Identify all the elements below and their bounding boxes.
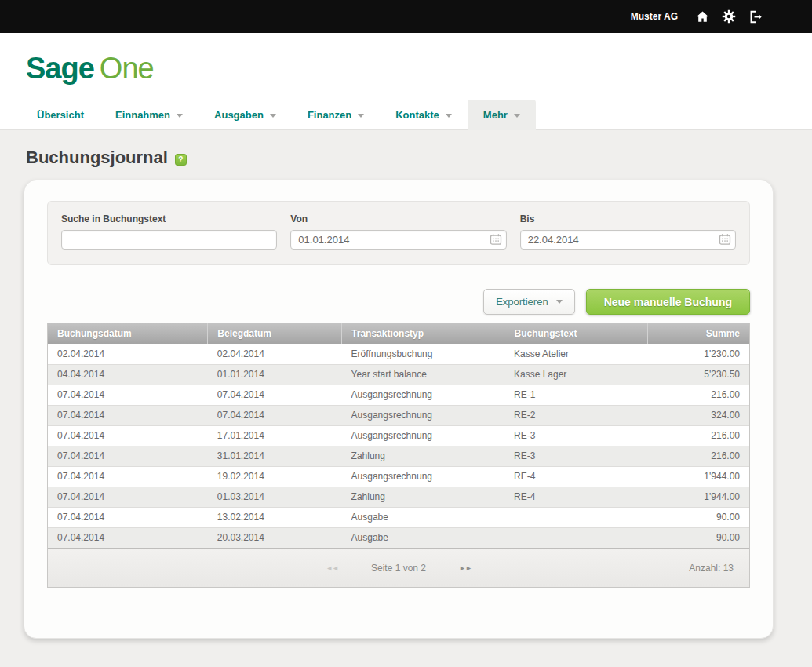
calendar-icon[interactable]	[719, 233, 731, 249]
cell-summe: 216.00	[647, 446, 749, 466]
cell-belegdatum: 01.03.2014	[208, 487, 342, 507]
table-row[interactable]: 07.04.2014 20.03.2014 Ausgabe 90.00	[48, 527, 749, 548]
nav-tab-kontakte[interactable]: Kontakte	[380, 100, 468, 130]
row-count: Anzahl: 13	[689, 563, 734, 574]
masthead: SageOne Übersicht Einnahmen Ausgaben Fin…	[0, 33, 812, 130]
cell-summe: 216.00	[647, 385, 749, 405]
cell-buchungsdatum: 07.04.2014	[48, 385, 208, 405]
chevron-down-icon	[446, 114, 452, 118]
cell-buchungstext: Kasse Lager	[504, 364, 647, 385]
cell-belegdatum: 02.04.2014	[208, 344, 342, 364]
cell-buchungstext: RE-4	[504, 466, 647, 487]
nav-tab-label: Ausgaben	[214, 109, 264, 121]
col-transaktionstyp: Transaktionstyp	[342, 323, 504, 344]
cell-buchungsdatum: 07.04.2014	[48, 466, 208, 487]
nav-tab-label: Einnahmen	[115, 109, 170, 121]
col-buchungstext: Buchungstext	[504, 323, 647, 344]
table-row[interactable]: 07.04.2014 13.02.2014 Ausgabe 90.00	[48, 507, 749, 527]
col-summe: Summe	[647, 323, 749, 344]
app-window: Muster AG	[0, 0, 812, 667]
col-belegdatum: Belegdatum	[208, 323, 342, 344]
table-row[interactable]: 07.04.2014 31.01.2014 Zahlung RE-3 216.0…	[48, 446, 749, 466]
cell-belegdatum: 31.01.2014	[208, 446, 342, 466]
cell-transaktionstyp: Ausgabe	[342, 507, 504, 527]
chevron-down-icon	[556, 300, 563, 304]
nav-tab-ausgaben[interactable]: Ausgaben	[198, 100, 292, 130]
date-to-input[interactable]	[520, 230, 736, 250]
cell-summe: 5'230.50	[647, 364, 749, 385]
gear-icon[interactable]	[716, 6, 742, 27]
date-from-input[interactable]	[290, 230, 506, 250]
cell-buchungstext: RE-4	[504, 487, 647, 507]
search-field-group: Suche in Buchungstext	[61, 213, 277, 250]
home-icon[interactable]	[689, 6, 716, 27]
cell-belegdatum: 07.04.2014	[208, 385, 342, 405]
nav-tab-label: Mehr	[483, 109, 508, 121]
nav-tab-uebersicht[interactable]: Übersicht	[21, 100, 100, 130]
filter-bar: Suche in Buchungstext Von	[47, 201, 750, 265]
cell-summe: 90.00	[647, 507, 749, 527]
search-input[interactable]	[61, 230, 277, 250]
cell-transaktionstyp: Ausgangsrechnung	[342, 425, 504, 446]
cell-buchungstext: RE-3	[504, 425, 647, 446]
table-row[interactable]: 04.04.2014 01.01.2014 Year start balance…	[48, 364, 749, 385]
cell-belegdatum: 20.03.2014	[208, 527, 342, 548]
cell-buchungstext: RE-2	[504, 405, 647, 425]
chevron-down-icon	[358, 114, 364, 118]
chevron-down-icon	[514, 114, 520, 118]
cell-summe: 216.00	[647, 425, 749, 446]
date-from-group: Von	[290, 213, 506, 250]
page-header: Buchungsjournal ?	[26, 148, 812, 168]
cell-buchungsdatum: 07.04.2014	[48, 507, 208, 527]
nav-tab-label: Finanzen	[308, 109, 351, 121]
company-name: Muster AG	[631, 11, 678, 22]
cell-transaktionstyp: Zahlung	[342, 446, 504, 466]
cell-transaktionstyp: Ausgangsrechnung	[342, 466, 504, 487]
prev-page-icon[interactable]: ◄◄	[326, 564, 338, 572]
table-row[interactable]: 07.04.2014 19.02.2014 Ausgangsrechnung R…	[48, 466, 749, 487]
help-icon[interactable]: ?	[175, 154, 187, 166]
content-card: Suche in Buchungstext Von	[24, 180, 774, 639]
col-buchungsdatum: Buchungsdatum	[48, 323, 208, 344]
cell-belegdatum: 19.02.2014	[208, 466, 342, 487]
table-row[interactable]: 02.04.2014 02.04.2014 Eröffnungsbuchung …	[48, 344, 749, 364]
cell-belegdatum: 01.01.2014	[208, 364, 342, 385]
table-row[interactable]: 07.04.2014 17.01.2014 Ausgangsrechnung R…	[48, 425, 749, 446]
table-footer: ◄◄ Seite 1 von 2 ►► Anzahl: 13	[48, 548, 749, 587]
topbar: Muster AG	[0, 0, 812, 33]
logo-sage-text: Sage	[26, 52, 94, 85]
nav-tab-finanzen[interactable]: Finanzen	[292, 100, 380, 130]
main-nav: Übersicht Einnahmen Ausgaben Finanzen Ko…	[21, 100, 536, 130]
cell-transaktionstyp: Year start balance	[342, 364, 504, 385]
export-button[interactable]: Exportieren	[483, 289, 574, 315]
nav-tab-einnahmen[interactable]: Einnahmen	[100, 100, 198, 130]
date-from-label: Von	[290, 213, 506, 224]
cell-summe: 1'944.00	[647, 466, 749, 487]
sage-one-logo[interactable]: SageOne	[26, 52, 154, 86]
cell-buchungstext: Kasse Atelier	[504, 344, 647, 364]
nav-tab-mehr[interactable]: Mehr	[468, 100, 536, 130]
page-title: Buchungsjournal	[26, 148, 168, 168]
cell-transaktionstyp: Ausgangsrechnung	[342, 405, 504, 425]
calendar-icon[interactable]	[490, 233, 502, 249]
page-indicator: Seite 1 von 2	[371, 563, 426, 574]
cell-buchungsdatum: 07.04.2014	[48, 446, 208, 466]
next-page-icon[interactable]: ►►	[459, 564, 472, 572]
nav-tab-label: Übersicht	[37, 109, 84, 121]
cell-buchungstext: RE-1	[504, 385, 647, 405]
table-row[interactable]: 07.04.2014 01.03.2014 Zahlung RE-4 1'944…	[48, 487, 749, 507]
cell-belegdatum: 13.02.2014	[208, 507, 342, 527]
journal-table: Buchungsdatum Belegdatum Transaktionstyp…	[47, 323, 750, 588]
cell-transaktionstyp: Zahlung	[342, 487, 504, 507]
logout-icon[interactable]	[742, 6, 769, 27]
new-manual-booking-button[interactable]: Neue manuelle Buchung	[586, 289, 750, 315]
chevron-down-icon	[270, 114, 276, 118]
nav-tab-label: Kontakte	[395, 109, 439, 121]
cell-summe: 1'230.00	[647, 344, 749, 364]
search-label: Suche in Buchungstext	[61, 213, 277, 224]
cell-summe: 324.00	[647, 405, 749, 425]
table-row[interactable]: 07.04.2014 07.04.2014 Ausgangsrechnung R…	[48, 405, 749, 425]
table-row[interactable]: 07.04.2014 07.04.2014 Ausgangsrechnung R…	[48, 385, 749, 405]
cell-summe: 1'944.00	[647, 487, 749, 507]
cell-buchungsdatum: 07.04.2014	[48, 405, 208, 425]
